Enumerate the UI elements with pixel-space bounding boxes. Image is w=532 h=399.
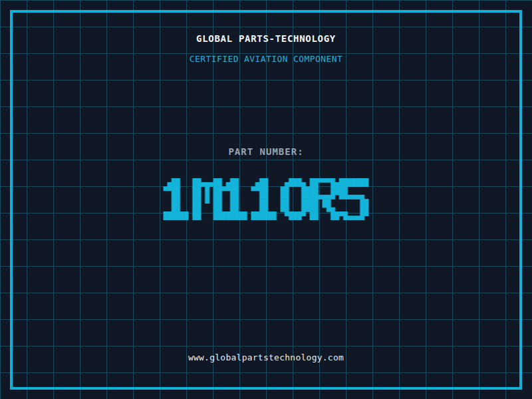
certification-subtitle: CERTIFIED AVIATION COMPONENT [0,54,532,64]
part-number-label: PART NUMBER: [0,146,532,157]
company-title: GLOBAL PARTS-TECHNOLOGY [0,33,532,44]
blueprint-background: GLOBAL PARTS-TECHNOLOGY CERTIFIED AVIATI… [0,0,532,399]
part-number-display [164,178,369,220]
website-url: www.globalpartstechnology.com [0,352,532,362]
